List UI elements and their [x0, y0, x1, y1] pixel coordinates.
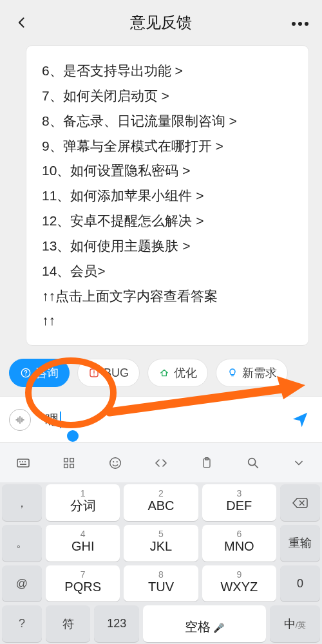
send-plane-icon	[290, 410, 310, 430]
text-caret-icon	[60, 412, 61, 428]
more-button[interactable]	[287, 10, 313, 35]
key-7[interactable]: 7PQRS	[46, 565, 120, 602]
key-6[interactable]: 6MNO	[202, 525, 276, 562]
key-5[interactable]: 5JKL	[124, 525, 198, 562]
mic-icon: 🎤	[213, 623, 224, 633]
key-1[interactable]: 1分词	[46, 484, 120, 521]
svg-point-14	[109, 458, 120, 469]
svg-point-6	[19, 461, 21, 462]
faq-item[interactable]: 6、是否支持导出功能 >	[42, 59, 293, 84]
faq-item[interactable]: 8、备忘录、日记流量限制咨询 >	[42, 109, 293, 134]
faq-hint: ↑↑	[42, 308, 293, 334]
tb-emoji-icon[interactable]	[102, 450, 128, 476]
caret-handle-icon[interactable]	[67, 430, 79, 442]
tab-consult[interactable]: 咨询	[9, 359, 70, 387]
svg-point-4	[93, 375, 95, 376]
key-symbols[interactable]: 符	[46, 605, 90, 642]
key-8[interactable]: 8TUV	[124, 565, 198, 602]
key-4[interactable]: 4GHI	[46, 525, 120, 562]
key-question[interactable]: ?	[2, 605, 42, 642]
more-dots-icon	[290, 17, 310, 28]
svg-point-8	[24, 461, 26, 462]
question-circle-icon	[20, 367, 32, 379]
key-3[interactable]: 3DEF	[202, 484, 276, 521]
svg-rect-11	[70, 458, 74, 462]
svg-point-16	[116, 461, 117, 462]
faq-item[interactable]: 11、如何添加苹果小组件 >	[42, 184, 293, 209]
sound-wave-icon	[14, 414, 26, 426]
tab-label: 优化	[174, 365, 197, 381]
keyboard-toolbar	[0, 442, 322, 482]
svg-rect-12	[64, 464, 68, 468]
tb-collapse-icon[interactable]	[286, 450, 312, 476]
faq-item[interactable]: 12、安卓不提醒怎么解决 >	[42, 209, 293, 234]
tb-code-icon[interactable]	[148, 450, 174, 476]
faq-item[interactable]: 9、弹幕与全屏模式在哪打开 >	[42, 134, 293, 159]
tab-optimize[interactable]: 优化	[147, 359, 208, 387]
tab-label: 新需求	[242, 365, 277, 381]
key-lang-toggle[interactable]: 中/英	[270, 605, 320, 642]
svg-line-20	[254, 465, 258, 468]
tb-keyboard-icon[interactable]	[10, 450, 36, 476]
key-9[interactable]: 9WXYZ	[202, 565, 276, 602]
key-reenter[interactable]: 重输	[280, 525, 320, 562]
input-row: 嗯	[0, 396, 322, 442]
faq-hint: ↑↑点击上面文字内容查看答案	[42, 284, 293, 309]
lightbulb-icon	[227, 367, 238, 379]
key-comma[interactable]: ，	[2, 484, 42, 521]
key-0[interactable]: 0	[280, 565, 320, 602]
key-at[interactable]: @	[2, 565, 42, 602]
faq-item[interactable]: 10、如何设置隐私密码 >	[42, 158, 293, 184]
key-period[interactable]: 。	[2, 525, 42, 562]
faq-card: 6、是否支持导出功能 > 7、如何关闭启动页 > 8、备忘录、日记流量限制咨询 …	[26, 45, 309, 346]
faq-item[interactable]: 14、会员>	[42, 259, 293, 284]
message-input[interactable]: 嗯	[37, 406, 281, 434]
keyboard: ， 1分词 2ABC 3DEF 。 4GHI 5JKL 6MNO 重输 @ 7P…	[0, 482, 322, 644]
home-up-icon	[158, 367, 170, 379]
input-text: 嗯	[45, 411, 59, 429]
svg-point-7	[22, 461, 23, 462]
svg-point-15	[113, 461, 114, 462]
tb-search-icon[interactable]	[240, 450, 266, 476]
faq-card-wrap: 6、是否支持导出功能 > 7、如何关闭启动页 > 8、备忘录、日记流量限制咨询 …	[0, 45, 322, 352]
header: 意见反馈	[0, 0, 322, 45]
key-2[interactable]: 2ABC	[124, 484, 198, 521]
faq-item[interactable]: 13、如何使用主题换肤 >	[42, 234, 293, 259]
backspace-icon	[291, 496, 309, 510]
chevron-left-icon	[15, 16, 28, 29]
key-backspace[interactable]	[280, 484, 320, 521]
svg-rect-5	[17, 459, 29, 467]
tab-newreq[interactable]: 新需求	[216, 359, 288, 387]
tab-label: BUG	[104, 366, 129, 380]
svg-rect-13	[70, 464, 74, 468]
svg-rect-9	[20, 464, 26, 465]
back-button[interactable]	[9, 10, 35, 35]
tb-grid-icon[interactable]	[56, 450, 82, 476]
key-space[interactable]: 空格🎤	[143, 605, 266, 642]
voice-input-button[interactable]	[9, 409, 31, 431]
key-numbers[interactable]: 123	[94, 605, 138, 642]
category-tabs: 咨询 BUG 优化 新需求	[0, 352, 322, 396]
faq-item[interactable]: 7、如何关闭启动页 >	[42, 84, 293, 109]
send-button[interactable]	[287, 407, 313, 433]
svg-point-1	[25, 375, 26, 376]
svg-point-19	[248, 458, 255, 465]
tab-label: 咨询	[35, 365, 59, 381]
exclamation-icon	[88, 367, 100, 379]
tb-clipboard-icon[interactable]	[194, 450, 220, 476]
page-title: 意见反馈	[130, 12, 192, 33]
svg-rect-10	[64, 458, 68, 462]
tab-bug[interactable]: BUG	[77, 359, 140, 387]
